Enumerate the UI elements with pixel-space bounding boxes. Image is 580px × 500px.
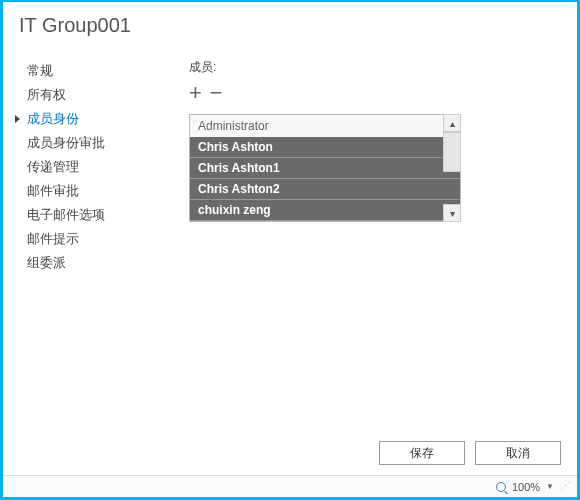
zoom-level: 100%	[512, 481, 540, 493]
members-label: 成员:	[189, 59, 561, 76]
sidebar: 常规所有权成员身份成员身份审批传递管理邮件审批电子邮件选项邮件提示组委派	[19, 59, 149, 275]
sidebar-item-0[interactable]: 常规	[19, 59, 149, 83]
member-row[interactable]: Chris Ashton1	[190, 158, 460, 179]
save-button[interactable]: 保存	[379, 441, 465, 465]
members-listbox[interactable]: AdministratorChris AshtonChris Ashton1Ch…	[189, 114, 461, 222]
member-row[interactable]: chuixin zeng	[190, 200, 460, 221]
chevron-down-icon: ▾	[450, 208, 455, 219]
add-member-button[interactable]: +	[189, 82, 202, 104]
sidebar-item-4[interactable]: 传递管理	[19, 155, 149, 179]
zoom-icon	[496, 482, 506, 492]
resize-grip-icon: ⋰	[560, 480, 569, 493]
sidebar-item-8[interactable]: 组委派	[19, 251, 149, 275]
cancel-button[interactable]: 取消	[475, 441, 561, 465]
scroll-down-button[interactable]: ▾	[443, 204, 461, 222]
remove-member-button[interactable]: −	[209, 82, 222, 104]
sidebar-item-2[interactable]: 成员身份	[19, 107, 149, 131]
chevron-up-icon: ▴	[450, 118, 455, 129]
sidebar-item-1[interactable]: 所有权	[19, 83, 149, 107]
scroll-thumb[interactable]	[443, 132, 461, 172]
page-title: IT Group001	[3, 2, 577, 59]
member-row[interactable]: Chris Ashton	[190, 137, 460, 158]
scroll-up-button[interactable]: ▴	[443, 114, 461, 132]
member-row[interactable]: Administrator	[190, 115, 460, 137]
sidebar-item-5[interactable]: 邮件审批	[19, 179, 149, 203]
sidebar-item-6[interactable]: 电子邮件选项	[19, 203, 149, 227]
status-bar: 100% ▼ ⋰	[3, 475, 577, 497]
sidebar-item-7[interactable]: 邮件提示	[19, 227, 149, 251]
zoom-dropdown-caret[interactable]: ▼	[546, 482, 554, 491]
sidebar-item-3[interactable]: 成员身份审批	[19, 131, 149, 155]
member-row[interactable]: Chris Ashton2	[190, 179, 460, 200]
main-panel: 成员: + − AdministratorChris AshtonChris A…	[149, 59, 561, 275]
